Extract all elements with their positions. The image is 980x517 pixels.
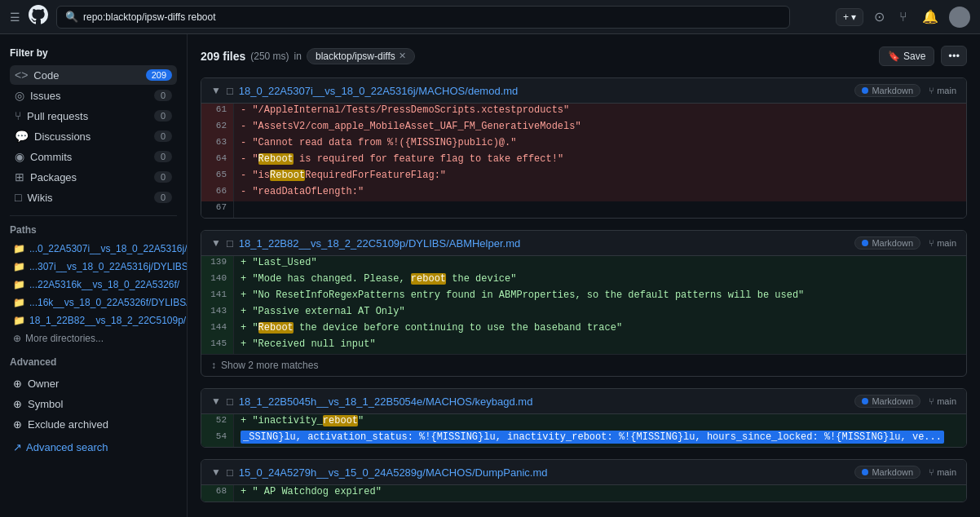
code-line: 61 - "/AppleInternal/Tests/PressDemoScri… (201, 104, 966, 120)
discussions-filter-icon: 💬 (15, 130, 29, 143)
filetype-dot-3 (862, 398, 868, 404)
file-icon-1: □ (227, 85, 233, 97)
path-item-5[interactable]: 📁 18_1_22B82__vs_18_2_22C5109p/ (10, 312, 177, 329)
advanced-search-link[interactable]: ↗ Advanced search (10, 439, 177, 456)
file-card-1-header: ▼ □ 18_0_22A5307i__vs_18_0_22A5316j/MACH… (201, 78, 966, 104)
file-card-3-header: ▼ □ 18_1_22B5045h__vs_18_1_22B5054e/MACH… (201, 389, 966, 414)
filetype-dot-1 (862, 87, 868, 94)
sidebar-item-wikis[interactable]: □ Wikis 0 (10, 188, 177, 207)
collapse-btn-2[interactable]: ▼ (211, 237, 221, 249)
code-line: 145 + "Received null input" (201, 338, 966, 354)
topbar: ☰ 🔍 repo:blacktop/ipsw-diffs reboot + ▾ … (0, 0, 980, 34)
branch-badge-3: ⑂ main (929, 396, 956, 406)
files-in-label: in (294, 51, 302, 62)
close-repo-filter[interactable]: ✕ (399, 51, 406, 61)
create-button[interactable]: + ▾ (836, 8, 863, 26)
code-icon: <> (15, 68, 28, 82)
sidebar: Filter by <> Code 209 ◎ Issues 0 ⑂ Pull … (0, 34, 188, 517)
advanced-exclude-archived[interactable]: ⊕ Exclude archived (10, 415, 177, 434)
folder-icon-3: 📁 (13, 279, 25, 290)
sidebar-item-commits[interactable]: ◉ Commits 0 (10, 147, 177, 166)
avatar[interactable] (949, 7, 970, 28)
code-line: 54 _SSING}lu, activation_status: %!{MISS… (201, 431, 966, 447)
issues-count: 0 (154, 90, 172, 101)
collapse-btn-1[interactable]: ▼ (211, 85, 221, 96)
code-line: 68 + " AP Watchdog expired" (201, 485, 966, 502)
sidebar-item-discussions[interactable]: 💬 Discussions 0 (10, 126, 177, 146)
repo-badge[interactable]: blacktop/ipsw-diffs ✕ (307, 48, 415, 64)
sidebar-item-packages[interactable]: ⊞ Packages 0 (10, 167, 177, 187)
layout: Filter by <> Code 209 ◎ Issues 0 ⑂ Pull … (0, 34, 980, 517)
file-card-4-header: ▼ □ 15_0_24A5279h__vs_15_0_24A5289g/MACH… (201, 460, 966, 485)
hamburger-icon[interactable]: ☰ (10, 11, 20, 24)
file-path-4[interactable]: 15_0_24A5279h__vs_15_0_24A5289g/MACHOS/D… (239, 466, 548, 479)
path-item-1[interactable]: 📁 ...0_22A5307i__vs_18_0_22A5316j/ (10, 241, 177, 257)
search-text: repo:blacktop/ipsw-diffs reboot (83, 11, 216, 23)
expand-icon: ↕ (211, 360, 216, 371)
sidebar-item-code[interactable]: <> Code 209 (10, 65, 177, 85)
commits-filter-icon: ◉ (15, 150, 24, 163)
github-logo[interactable] (29, 5, 48, 29)
branch-badge-4: ⑂ main (929, 467, 956, 477)
wikis-filter-icon: □ (15, 191, 21, 204)
collapse-btn-3[interactable]: ▼ (211, 395, 221, 407)
paths-section: Paths 📁 ...0_22A5307i__vs_18_0_22A5316j/… (10, 224, 177, 347)
pr-filter-icon: ⑂ (15, 109, 21, 122)
code-line: 64 - "Reboot is required for feature fla… (201, 152, 966, 169)
advanced-symbol[interactable]: ⊕ Symbol (10, 395, 177, 413)
collapse-btn-4[interactable]: ▼ (211, 466, 221, 478)
code-area-2: 139 + "Last_Used" 140 + "Mode has change… (201, 256, 966, 354)
path-item-2[interactable]: 📁 ...307i__vs_18_0_22A5316j/DYLIBS/ (10, 258, 177, 275)
search-bar[interactable]: 🔍 repo:blacktop/ipsw-diffs reboot (56, 6, 790, 29)
save-button[interactable]: 🔖 Save (879, 46, 934, 66)
main-header: 209 files (250 ms) in blacktop/ipsw-diff… (201, 46, 967, 66)
notifications-icon[interactable]: 🔔 (918, 7, 942, 26)
issues-filter-icon: ◎ (15, 89, 24, 102)
pr-count: 0 (154, 110, 172, 122)
issues-icon[interactable]: ⊙ (870, 7, 889, 26)
file-path-2[interactable]: 18_1_22B82__vs_18_2_22C5109p/DYLIBS/ABMH… (239, 237, 520, 250)
files-count: 209 files (201, 50, 245, 63)
file-path-1[interactable]: 18_0_22A5307i__vs_18_0_22A5316j/MACHOS/d… (239, 85, 519, 97)
pull-requests-icon[interactable]: ⑂ (895, 8, 912, 26)
show-more-matches-2[interactable]: ↕ Show 2 more matches (201, 354, 966, 376)
wikis-count: 0 (154, 192, 172, 203)
main-content: 209 files (250 ms) in blacktop/ipsw-diff… (188, 34, 980, 517)
folder-icon-2: 📁 (13, 261, 25, 272)
plus-icon: ⊕ (13, 333, 21, 344)
kebab-menu-button[interactable]: ••• (941, 46, 967, 66)
file-path-3[interactable]: 18_1_22B5045h__vs_18_1_22B5054e/MACHOS/k… (239, 395, 533, 408)
code-line: 140 + "Mode has changed. Please, reboot … (201, 272, 966, 289)
file-type-badge-3: Markdown (854, 395, 920, 408)
filter-by-title: Filter by (10, 47, 177, 59)
code-line: 65 - "isRebootRequiredForFeatureFlag:" (201, 169, 966, 185)
code-line: 144 + "Reboot the device before continui… (201, 321, 966, 338)
filetype-dot-2 (862, 240, 868, 246)
file-icon-3: □ (227, 395, 233, 408)
code-area-1: 61 - "/AppleInternal/Tests/PressDemoScri… (201, 104, 966, 218)
advanced-title: Advanced (10, 356, 177, 368)
sidebar-item-issues[interactable]: ◎ Issues 0 (10, 86, 177, 105)
filetype-dot-4 (862, 469, 868, 475)
code-area-3: 52 + "inactivity_reboot" 54 _SSING}lu, a… (201, 414, 966, 447)
code-line: 143 + "Passive external AT Only" (201, 305, 966, 321)
branch-badge-2: ⑂ main (929, 238, 956, 248)
branch-badge-1: ⑂ main (929, 86, 956, 95)
file-card-4: ▼ □ 15_0_24A5279h__vs_15_0_24A5289g/MACH… (201, 459, 967, 502)
code-line: 67 (201, 201, 966, 218)
branch-icon-4: ⑂ (929, 467, 934, 477)
more-directories-button[interactable]: ⊕ More directories... (10, 330, 177, 347)
path-item-4[interactable]: 📁 ...16k__vs_18_0_22A5326f/DYLIBS/ (10, 294, 177, 311)
code-area-4: 68 + " AP Watchdog expired" (201, 485, 966, 502)
code-line: 66 - "readDataOfLength:" (201, 185, 966, 201)
file-type-badge-1: Markdown (854, 84, 920, 97)
branch-icon-2: ⑂ (929, 238, 934, 248)
file-card-2-header: ▼ □ 18_1_22B82__vs_18_2_22C5109p/DYLIBS/… (201, 231, 966, 256)
code-line: 141 + "No ResetInfoRegexPatterns entry f… (201, 289, 966, 305)
folder-icon-4: 📁 (13, 297, 25, 308)
path-item-3[interactable]: 📁 ...22A5316k__vs_18_0_22A5326f/ (10, 276, 177, 293)
advanced-owner[interactable]: ⊕ Owner (10, 374, 177, 393)
code-line: 62 - "AssetsV2/com_apple_MobileAsset_UAF… (201, 120, 966, 136)
packages-count: 0 (154, 171, 172, 183)
sidebar-item-pull-requests[interactable]: ⑂ Pull requests 0 (10, 106, 177, 126)
